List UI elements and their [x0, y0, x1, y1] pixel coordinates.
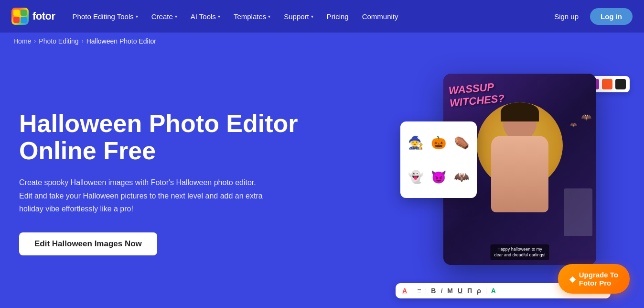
svg-rect-3	[21, 17, 27, 23]
bat-icon: 🦇	[581, 112, 591, 122]
toolbar-script[interactable]: ρ	[477, 287, 481, 295]
chevron-down-icon: ▾	[311, 14, 313, 19]
breadcrumb-sep-2: ›	[82, 38, 84, 44]
girl-body	[491, 136, 548, 212]
nav-create[interactable]: Create ▾	[146, 9, 183, 24]
toolbar-list[interactable]: ≡	[417, 287, 421, 295]
sticker-coffin[interactable]: ⚰️	[454, 135, 469, 150]
login-button[interactable]: Log in	[590, 8, 633, 25]
sticker-pumpkin[interactable]: 🎃	[431, 135, 446, 150]
sticker-ghost[interactable]: 👻	[408, 170, 423, 185]
navbar: fotor Photo Editing Tools ▾ Create ▾ AI …	[0, 0, 644, 33]
swatch-orange[interactable]	[602, 79, 612, 89]
svg-rect-1	[21, 10, 27, 16]
toolbar-bold[interactable]: B	[431, 287, 436, 295]
castle-decoration	[564, 188, 592, 236]
chevron-down-icon: ▾	[218, 14, 220, 19]
toolbar-underline[interactable]: U	[458, 287, 462, 295]
toolbar-font-color[interactable]: A	[402, 287, 407, 295]
nav-community[interactable]: Community	[356, 9, 404, 24]
toolbar-divider-2	[426, 287, 426, 295]
chevron-down-icon: ▾	[268, 14, 270, 19]
wassup-text: WASSUP WITCHES?	[448, 80, 505, 110]
nav-pricing[interactable]: Pricing	[321, 9, 354, 24]
sticker-bat[interactable]: 🦇	[454, 170, 469, 185]
breadcrumb-home[interactable]: Home	[13, 37, 31, 45]
signup-button[interactable]: Sign up	[548, 9, 584, 24]
hero-section: Halloween Photo Editor Online Free Creat…	[0, 50, 644, 308]
breadcrumb-current: Halloween Photo Editor	[86, 37, 156, 45]
hero-content: Halloween Photo Editor Online Free Creat…	[19, 110, 306, 255]
toolbar-divider-1	[412, 287, 412, 295]
swatch-black[interactable]	[615, 79, 626, 89]
nav-templates[interactable]: Templates ▾	[228, 9, 276, 24]
toolbar-strikethrough[interactable]: П	[467, 287, 472, 295]
nav-actions: Sign up Log in	[548, 8, 633, 25]
bat-icon-2: 🦇	[570, 121, 577, 128]
sticker-devil[interactable]: 😈	[431, 170, 446, 185]
svg-rect-2	[13, 17, 20, 23]
nav-photo-editing-tools[interactable]: Photo Editing Tools ▾	[67, 9, 144, 24]
girl-hair	[501, 102, 539, 121]
diamond-icon: ◆	[569, 275, 575, 284]
breadcrumb-photo-editing[interactable]: Photo Editing	[39, 37, 78, 45]
toolbar-monospace[interactable]: M	[447, 287, 453, 295]
breadcrumb-sep-1: ›	[34, 38, 36, 44]
stickers-panel: 🧙 🎃 ⚰️ 👻 😈 🦇	[400, 121, 477, 198]
cta-button[interactable]: Edit Halloween Images Now	[19, 232, 157, 255]
chevron-down-icon: ▾	[175, 14, 177, 19]
toolbar-italic[interactable]: I	[440, 287, 442, 295]
logo[interactable]: fotor	[11, 8, 55, 25]
svg-rect-0	[13, 10, 20, 16]
chevron-down-icon: ▾	[136, 14, 138, 19]
toolbar-font-size[interactable]: A	[491, 287, 496, 295]
upgrade-button[interactable]: ◆ Upgrade To Fotor Pro	[558, 264, 630, 294]
hero-description: Create spooky Halloween images with Foto…	[19, 176, 268, 215]
logo-icon	[11, 8, 29, 25]
nav-support[interactable]: Support ▾	[278, 9, 319, 24]
upgrade-label: Upgrade To Fotor Pro	[579, 271, 618, 287]
logo-text: fotor	[32, 10, 55, 22]
sticker-witch[interactable]: 🧙	[408, 135, 423, 150]
breadcrumb: Home › Photo Editing › Halloween Photo E…	[0, 33, 644, 50]
girl-figure	[477, 107, 563, 241]
halloween-caption: Happy halloween to my dear and dreadful …	[490, 244, 549, 260]
hero-title: Halloween Photo Editor Online Free	[19, 110, 306, 165]
toolbar-divider-3	[486, 287, 486, 295]
nav-items: Photo Editing Tools ▾ Create ▾ AI Tools …	[67, 9, 545, 24]
nav-ai-tools[interactable]: AI Tools ▾	[185, 9, 226, 24]
